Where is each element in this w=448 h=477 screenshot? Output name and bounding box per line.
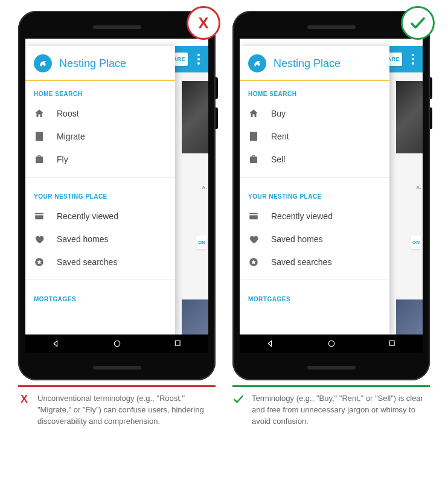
volume-up-button	[216, 77, 218, 99]
listing-text: A.	[202, 185, 207, 190]
navigation-drawer: Nesting Place HOME SEARCH Roost Migrate	[25, 46, 175, 335]
app-logo-icon	[34, 54, 52, 72]
phone-frame: ARE A. ON Nesting Place HOME SEARCH	[232, 11, 430, 380]
overflow-menu-icon[interactable]	[193, 46, 205, 72]
card-icon	[34, 211, 45, 222]
heart-icon	[34, 234, 45, 245]
nav-label: Saved searches	[271, 257, 331, 267]
nav-item-roost[interactable]: Roost	[25, 102, 175, 125]
nav-item-saved-searches[interactable]: Saved searches	[25, 251, 175, 274]
x-icon: X	[198, 14, 208, 33]
nav-label: Sell	[271, 155, 285, 164]
nav-label: Roost	[57, 109, 79, 118]
dont-badge: X	[187, 6, 220, 40]
nav-item-rent[interactable]: Rent	[240, 125, 389, 148]
volume-down-button	[216, 107, 218, 129]
nav-item-saved-homes[interactable]: Saved homes	[25, 228, 175, 251]
status-bar	[25, 39, 208, 46]
app-title: Nesting Place	[59, 57, 126, 70]
screen: ARE A. ON Nesting Place HOME SEARCH	[240, 39, 423, 353]
nav-item-saved-homes[interactable]: Saved homes	[240, 228, 389, 251]
nav-label: Buy	[271, 109, 286, 118]
nav-item-fly[interactable]: Fly	[25, 148, 175, 171]
nav-label: Rent	[271, 132, 289, 141]
heart-icon	[248, 234, 259, 245]
nav-item-saved-searches[interactable]: Saved searches	[240, 251, 389, 274]
screen: ARE A. ON Nesting Place HOME SEARCH	[25, 39, 208, 353]
building-icon	[34, 131, 45, 142]
nav-item-buy[interactable]: Buy	[240, 102, 389, 125]
app-logo-icon	[248, 54, 266, 72]
drawer-header: Nesting Place	[25, 46, 175, 80]
overflow-menu-icon[interactable]	[407, 46, 419, 72]
x-icon: X	[18, 393, 30, 405]
listing-photo	[396, 81, 423, 153]
android-nav-bar	[240, 335, 423, 353]
briefcase-icon	[248, 154, 259, 165]
do-example: ARE A. ON Nesting Place HOME SEARCH	[232, 11, 430, 463]
briefcase-icon	[34, 154, 45, 165]
nav-item-recently-viewed[interactable]: Recently viewed	[240, 205, 389, 228]
home-nav-icon[interactable]	[327, 339, 336, 348]
volume-down-button	[430, 107, 432, 129]
back-icon[interactable]	[266, 339, 275, 348]
section-label-your-place: YOUR NESTING PLACE	[240, 184, 389, 205]
speaker-icon	[93, 366, 141, 370]
divider	[25, 177, 175, 178]
listing-photo	[396, 299, 423, 336]
do-caption: Terminology (e.g., "Buy," "Rent," or "Se…	[232, 387, 430, 427]
nav-item-sell[interactable]: Sell	[240, 148, 389, 171]
dont-example: X ARE A. ON	[18, 11, 216, 463]
section-label-mortgages: MORTGAGES	[25, 286, 175, 307]
check-icon	[232, 393, 245, 405]
section-label-your-place: YOUR NESTING PLACE	[25, 184, 175, 205]
action-button[interactable]: ON	[196, 235, 207, 249]
nav-label: Saved searches	[57, 257, 117, 267]
back-icon[interactable]	[52, 339, 60, 348]
divider	[25, 280, 175, 280]
section-label-mortgages: MORTGAGES	[240, 286, 389, 307]
section-label-home-search: HOME SEARCH	[25, 81, 175, 102]
nav-label: Recently viewed	[271, 211, 333, 221]
do-badge	[401, 6, 435, 40]
app-title: Nesting Place	[274, 57, 341, 70]
divider	[240, 177, 389, 178]
recents-icon[interactable]	[174, 339, 182, 348]
drawer-header: Nesting Place	[240, 46, 389, 80]
nav-label: Migrate	[57, 132, 85, 141]
android-nav-bar	[25, 335, 208, 353]
speaker-icon	[307, 25, 356, 29]
listing-photo	[182, 299, 208, 336]
home-icon	[34, 108, 45, 119]
listing-photo	[182, 81, 208, 153]
phone-frame: ARE A. ON Nesting Place HOME SEARCH	[18, 11, 216, 380]
action-button[interactable]: ON	[411, 235, 421, 249]
check-icon	[409, 14, 427, 32]
star-icon	[248, 257, 259, 267]
nav-label: Saved homes	[57, 234, 109, 244]
star-icon	[34, 257, 45, 267]
status-bar	[240, 39, 423, 46]
caption-text: Terminology (e.g., "Buy," "Rent," or "Se…	[252, 393, 430, 427]
navigation-drawer: Nesting Place HOME SEARCH Buy Rent Sel	[240, 46, 389, 335]
building-icon	[248, 131, 259, 142]
section-label-home-search: HOME SEARCH	[240, 81, 389, 102]
dont-caption: X Unconventional terminology (e.g., "Roo…	[18, 387, 216, 427]
nav-label: Recently viewed	[57, 211, 118, 221]
nav-item-recently-viewed[interactable]: Recently viewed	[25, 205, 175, 228]
caption-text: Unconventional terminology (e.g., "Roost…	[37, 393, 216, 427]
home-nav-icon[interactable]	[113, 339, 121, 348]
home-icon	[248, 108, 259, 119]
recents-icon[interactable]	[388, 339, 397, 348]
listing-text: A.	[416, 185, 421, 190]
divider	[240, 280, 389, 280]
nav-item-migrate[interactable]: Migrate	[25, 125, 175, 148]
volume-up-button	[430, 77, 432, 99]
speaker-icon	[93, 25, 141, 29]
card-icon	[248, 211, 259, 222]
nav-label: Fly	[57, 155, 68, 164]
nav-label: Saved homes	[271, 234, 323, 244]
speaker-icon	[307, 366, 356, 370]
